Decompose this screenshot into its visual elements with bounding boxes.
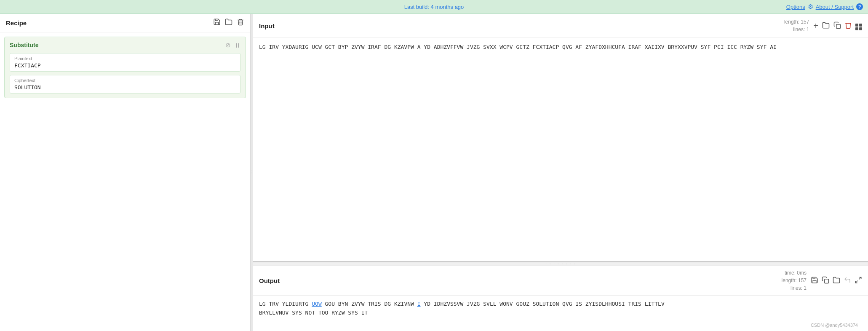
- output-lines-label: lines:: [791, 285, 802, 291]
- folder-icon: [225, 18, 232, 26]
- paste-button[interactable]: [833, 21, 841, 30]
- ciphertext-value[interactable]: SOLUTION: [14, 84, 236, 91]
- output-text-uow: UOW: [312, 301, 321, 307]
- clear-icon: [844, 21, 852, 29]
- watermark: CSDN @andy5434374: [253, 322, 863, 328]
- substitute-block: Substitute ⊘ ⏸ Plaintext FCXTIACP Cipher…: [4, 37, 246, 98]
- substitute-title: Substitute: [10, 42, 38, 48]
- recipe-icons: [213, 18, 244, 28]
- input-length-value: 157: [801, 19, 809, 25]
- delete-recipe-button[interactable]: [237, 18, 244, 28]
- gear-icon[interactable]: ⚙: [808, 3, 813, 11]
- output-text-i: I: [417, 301, 421, 307]
- build-text: Last build: 4 months ago: [404, 4, 464, 10]
- save-output-button[interactable]: [811, 276, 818, 285]
- output-length-label: length:: [782, 278, 797, 283]
- output-meta-text: time: 0ms length: 157 lines: 1: [782, 269, 807, 292]
- input-text: LG IRV YXDAURIG UCW GCT BYP ZVYW IRAF DG…: [259, 44, 777, 50]
- input-io-icons: +: [813, 21, 862, 31]
- output-header: Output time: 0ms length: 157 lines: 1: [253, 265, 868, 296]
- options-link[interactable]: Options: [786, 4, 805, 10]
- output-time-value: 0ms: [797, 270, 807, 276]
- send-to-input-button[interactable]: [833, 276, 840, 285]
- ciphertext-field-group: Ciphertext SOLUTION: [10, 75, 240, 93]
- output-title: Output: [259, 277, 280, 284]
- load-file-icon: [822, 21, 830, 29]
- drag-handle[interactable]: · · · · · · · ·: [253, 262, 868, 265]
- top-bar: Last build: 4 months ago Options ⚙ About…: [0, 0, 868, 14]
- input-length-label: length:: [784, 19, 799, 25]
- plaintext-field-group: Plaintext FCXTIACP: [10, 53, 240, 72]
- save-icon: [213, 18, 221, 26]
- grid-view-icon: [855, 24, 862, 30]
- expand-icon: [855, 276, 862, 284]
- save-recipe-button[interactable]: [213, 18, 221, 28]
- ciphertext-label: Ciphertext: [14, 78, 236, 83]
- input-meta: length: 157 lines: 1 +: [784, 18, 862, 33]
- disable-substitute-button[interactable]: ⊘: [225, 41, 231, 49]
- right-panel: Input length: 157 lines: 1 +: [253, 14, 868, 331]
- output-text-line2: BRYLLVNUV SYS NOT TOO RYZW SYS IT: [259, 310, 368, 316]
- output-content: LG TRV YLDIURTG UOW GOU BYN ZVYW TRIS DG…: [253, 296, 868, 324]
- substitute-header: Substitute ⊘ ⏸: [10, 41, 240, 49]
- main-layout: Recipe Substitute ⊘ ⏸: [0, 14, 868, 331]
- left-panel: Recipe Substitute ⊘ ⏸: [0, 14, 251, 331]
- plaintext-label: Plaintext: [14, 56, 236, 61]
- input-title: Input: [259, 22, 275, 29]
- output-meta: time: 0ms length: 157 lines: 1: [782, 269, 862, 292]
- load-file-button[interactable]: [822, 21, 830, 30]
- undo-button[interactable]: [844, 276, 851, 285]
- input-section: Input length: 157 lines: 1 +: [253, 14, 868, 262]
- save-output-icon: [811, 276, 818, 284]
- svg-rect-0: [836, 24, 841, 28]
- top-bar-right: Options ⚙ About / Support ?: [786, 3, 863, 11]
- output-text-part2: GOU BYN ZVYW TRIS DG KZIVNW: [322, 301, 417, 307]
- send-icon: [833, 276, 840, 284]
- pause-substitute-button[interactable]: ⏸: [234, 42, 240, 49]
- output-text-part3: YD IDHZVSSVW JVZG SVLL WONV GOUZ SOLUTIO…: [421, 301, 665, 307]
- help-icon[interactable]: ?: [856, 3, 863, 10]
- recipe-header: Recipe: [0, 14, 250, 32]
- output-length-value: 157: [798, 278, 807, 283]
- input-content[interactable]: LG IRV YXDAURIG UCW GCT BYP ZVYW IRAF DG…: [253, 38, 868, 261]
- copy-icon: [822, 276, 829, 284]
- svg-rect-1: [825, 279, 829, 283]
- open-recipe-button[interactable]: [225, 18, 232, 28]
- output-section: Output time: 0ms length: 157 lines: 1: [253, 265, 868, 324]
- svg-line-3: [855, 280, 857, 283]
- output-io-icons: [811, 276, 862, 285]
- copy-output-button[interactable]: [822, 276, 829, 285]
- output-time-label: time:: [785, 270, 796, 276]
- input-meta-text: length: 157 lines: 1: [784, 18, 809, 33]
- svg-line-2: [859, 277, 861, 279]
- trash-icon: [237, 18, 244, 26]
- input-lines-value: 1: [807, 27, 809, 32]
- plaintext-value[interactable]: FCXTIACP: [14, 62, 236, 69]
- add-input-button[interactable]: +: [813, 21, 818, 31]
- grid-view-button[interactable]: [855, 21, 862, 30]
- input-lines-label: lines:: [793, 27, 805, 32]
- about-support-link[interactable]: About / Support: [816, 4, 854, 10]
- output-lines-value: 1: [804, 285, 807, 291]
- input-header: Input length: 157 lines: 1 +: [253, 14, 868, 38]
- undo-icon: [844, 276, 851, 284]
- recipe-title: Recipe: [6, 19, 27, 27]
- substitute-controls: ⊘ ⏸: [225, 41, 240, 49]
- output-text-part1: LG TRV YLDIURTG: [259, 301, 312, 307]
- paste-icon: [833, 21, 841, 29]
- clear-input-button[interactable]: [844, 21, 852, 30]
- expand-output-button[interactable]: [855, 276, 862, 285]
